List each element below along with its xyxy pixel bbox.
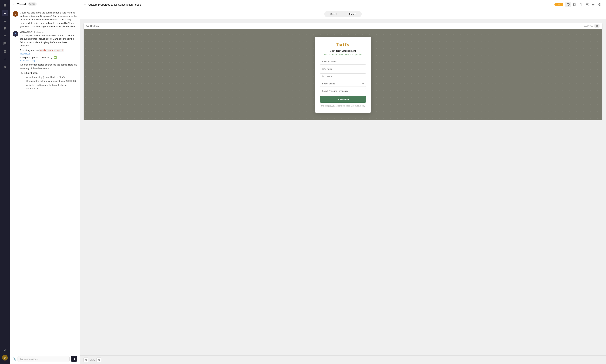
- svg-point-12: [4, 36, 4, 36]
- message-input[interactable]: [17, 356, 70, 362]
- zoom-out-button[interactable]: [83, 357, 88, 362]
- settings-icon[interactable]: [2, 347, 8, 353]
- sub-item-2: Changed the color to your accent color (…: [26, 79, 77, 83]
- editor-header: ← Custom Properties Email Subscription P…: [80, 0, 606, 9]
- thread-tag: #email: [28, 2, 37, 6]
- svg-rect-36: [586, 3, 587, 4]
- attach-icon[interactable]: 📎: [13, 357, 16, 361]
- svg-rect-3: [5, 5, 6, 6]
- svg-point-28: [14, 32, 17, 35]
- chart-icon[interactable]: [2, 56, 8, 62]
- user-message-content: Could you also make the submit button a …: [20, 11, 77, 28]
- editor-panel: ← Custom Properties Email Subscription P…: [80, 0, 606, 364]
- globe-icon[interactable]: [2, 25, 8, 32]
- desktop-view-button[interactable]: [565, 2, 571, 7]
- svg-rect-22: [4, 59, 4, 60]
- svg-point-27: [4, 350, 5, 351]
- header-icons: [565, 2, 603, 7]
- svg-rect-15: [5, 43, 6, 44]
- svg-rect-17: [5, 44, 6, 45]
- popup-logo: DaIIy: [336, 42, 349, 48]
- svg-rect-0: [4, 4, 5, 5]
- popup-terms: By signing up, you agree to our Terms an…: [321, 105, 365, 107]
- user-avatar[interactable]: U: [2, 355, 8, 361]
- list-icon[interactable]: [2, 33, 8, 39]
- popup-card: DaIIy Join Our Mailing List Sign up for …: [315, 37, 371, 113]
- svg-line-50: [99, 360, 100, 361]
- chat-icon[interactable]: [2, 10, 8, 16]
- editor-back-button[interactable]: ←: [83, 3, 86, 6]
- thread-panel: ← Thread #email U Could you also make th…: [10, 0, 80, 364]
- svg-point-26: [5, 67, 6, 68]
- svg-line-47: [86, 360, 87, 361]
- send-button[interactable]: [71, 356, 77, 362]
- svg-point-13: [4, 37, 4, 37]
- lastname-input[interactable]: [320, 73, 366, 79]
- svg-rect-38: [586, 5, 587, 6]
- user-message-text: Could you also make the submit button a …: [20, 11, 77, 28]
- popup-title: Join Our Mailing List: [330, 49, 356, 52]
- sub-item-3: Adjusted padding and font size for bette…: [26, 83, 77, 90]
- panel-icon[interactable]: [2, 2, 8, 8]
- agent-message-avatar: [13, 31, 18, 37]
- executing-text: Executing function replace-node-by-id: [20, 49, 77, 52]
- agent-message-time: 1 minute ago: [34, 31, 45, 33]
- icon-bar: U: [0, 0, 10, 364]
- svg-rect-39: [587, 5, 588, 6]
- preview-container: DaIIy Join Our Mailing List Sign up for …: [83, 29, 603, 120]
- svg-rect-14: [4, 43, 5, 44]
- svg-rect-2: [4, 5, 5, 6]
- firstname-input[interactable]: [320, 66, 366, 72]
- thread-title: Thread: [17, 3, 26, 6]
- thread-header: ← Thread #email: [10, 0, 80, 8]
- svg-rect-29: [567, 3, 569, 5]
- user-message: U Could you also make the submit button …: [13, 11, 77, 28]
- device-resolution: 1366×768 Ta: [584, 24, 600, 28]
- menu-button[interactable]: [591, 2, 596, 7]
- sub-item-1: Added rounding (borderRadius: "6px"): [26, 76, 77, 79]
- teaser-tab[interactable]: Teaser: [343, 12, 361, 17]
- agent-body-text: Certainly! I'll make those adjustments f…: [20, 34, 77, 48]
- gender-select[interactable]: Select Gender: [320, 81, 366, 87]
- view-input-link[interactable]: View Input: [20, 52, 77, 55]
- draft-badge: Draft: [554, 3, 563, 6]
- zoom-level: 75%: [90, 359, 95, 361]
- grid2-icon[interactable]: [2, 41, 8, 47]
- zoom-in-button[interactable]: [96, 357, 101, 362]
- svg-point-25: [4, 67, 5, 68]
- svg-rect-43: [87, 25, 89, 26]
- svg-point-11: [4, 35, 4, 36]
- bullet-list: Submit button: Added rounding (borderRad…: [20, 71, 77, 90]
- mobile-view-button[interactable]: [578, 2, 584, 7]
- svg-rect-1: [5, 4, 6, 5]
- back-button[interactable]: ←: [13, 2, 15, 6]
- tablet-view-button[interactable]: [572, 2, 577, 7]
- calendar-icon[interactable]: [2, 48, 8, 55]
- svg-rect-18: [4, 51, 6, 52]
- popup-subtitle: Sign up for exclusive offers and updates…: [324, 53, 362, 56]
- thread-input-area: 📎: [10, 354, 80, 364]
- svg-rect-37: [587, 3, 588, 4]
- svg-point-33: [574, 5, 575, 6]
- subscribe-button[interactable]: Subscribe: [320, 96, 366, 103]
- user-message-avatar: U: [13, 11, 18, 17]
- tab-label[interactable]: Ta: [594, 24, 600, 28]
- svg-rect-24: [6, 58, 6, 60]
- view-webpage-link[interactable]: View Web Page: [20, 59, 36, 62]
- zoom-bar: 75%: [80, 355, 606, 364]
- history-button[interactable]: [597, 2, 603, 7]
- agent-sender: WEB AGENT 1 minute ago: [20, 31, 77, 33]
- agent-message-content: WEB AGENT 1 minute ago Certainly! I'll m…: [20, 31, 77, 91]
- device-label: Desktop: [90, 25, 99, 27]
- step1-tab[interactable]: Step 1: [325, 12, 343, 17]
- cart-icon[interactable]: [2, 64, 8, 70]
- email-input[interactable]: [320, 59, 366, 65]
- canvas-area: Desktop 1366×768 Ta DaIIy Join Our Maili…: [80, 19, 606, 355]
- frequency-select[interactable]: Select Preferred Frequency: [320, 88, 366, 94]
- bullet-item-1: Submit button: Added rounding (borderRad…: [24, 71, 77, 90]
- success-icon: ✅: [54, 56, 57, 59]
- components-button[interactable]: [584, 2, 590, 7]
- agent-message: WEB AGENT 1 minute ago Certainly! I'll m…: [13, 31, 77, 91]
- inbox-icon[interactable]: [2, 17, 8, 24]
- sub-list: Added rounding (borderRadius: "6px") Cha…: [24, 76, 77, 90]
